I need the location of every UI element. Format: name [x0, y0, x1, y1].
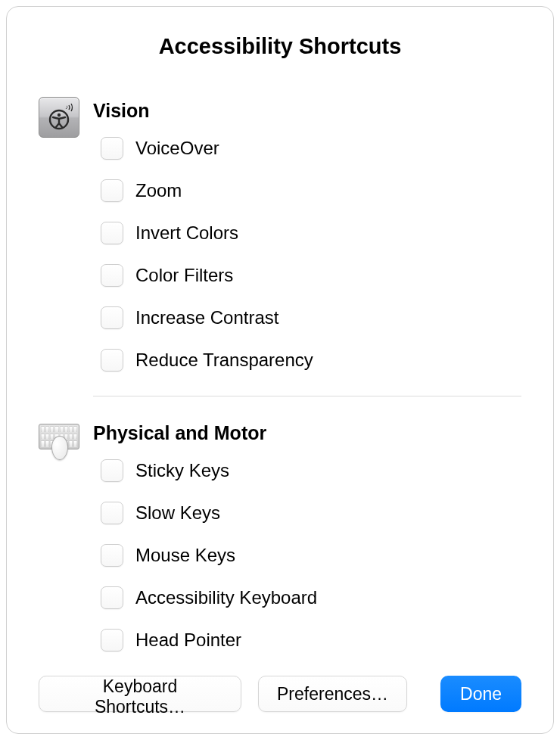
- label-mouse-keys: Mouse Keys: [135, 545, 235, 566]
- option-zoom: Zoom: [101, 179, 521, 202]
- label-color-filters: Color Filters: [135, 265, 233, 286]
- option-reduce-transparency: Reduce Transparency: [101, 349, 521, 372]
- checkbox-voiceover[interactable]: [101, 137, 123, 160]
- section-physical-body: Physical and Motor Sticky Keys Slow Keys…: [93, 416, 521, 664]
- option-increase-contrast: Increase Contrast: [101, 306, 521, 329]
- checkbox-invert-colors[interactable]: [101, 222, 123, 244]
- checkbox-slow-keys[interactable]: [101, 502, 123, 524]
- checkbox-sticky-keys[interactable]: [101, 459, 123, 482]
- section-vision-title: Vision: [93, 100, 521, 122]
- label-sticky-keys: Sticky Keys: [135, 460, 229, 481]
- footer-buttons: Keyboard Shortcuts… Preferences… Done: [39, 664, 521, 712]
- section-divider: [93, 396, 521, 396]
- option-color-filters: Color Filters: [101, 264, 521, 287]
- section-physical-motor: Physical and Motor Sticky Keys Slow Keys…: [39, 416, 521, 664]
- window-title: Accessibility Shortcuts: [39, 34, 521, 59]
- section-vision-body: Vision VoiceOver Zoom Invert Colors Colo…: [93, 94, 521, 385]
- done-button[interactable]: Done: [440, 676, 521, 712]
- keyboard-shortcuts-button[interactable]: Keyboard Shortcuts…: [39, 676, 241, 712]
- checkbox-zoom[interactable]: [101, 179, 123, 202]
- label-increase-contrast: Increase Contrast: [135, 307, 278, 328]
- label-slow-keys: Slow Keys: [135, 502, 220, 524]
- section-vision: ♪ Vision VoiceOver Zoom: [39, 94, 521, 385]
- label-invert-colors: Invert Colors: [135, 222, 238, 244]
- label-zoom: Zoom: [135, 180, 182, 201]
- option-accessibility-keyboard: Accessibility Keyboard: [101, 586, 521, 609]
- checkbox-mouse-keys[interactable]: [101, 544, 123, 567]
- checkbox-increase-contrast[interactable]: [101, 306, 123, 329]
- checkbox-head-pointer[interactable]: [101, 629, 123, 651]
- checkbox-reduce-transparency[interactable]: [101, 349, 123, 372]
- option-slow-keys: Slow Keys: [101, 502, 521, 524]
- label-reduce-transparency: Reduce Transparency: [135, 350, 313, 371]
- accessibility-icon: ♪: [39, 97, 79, 138]
- svg-point-1: [58, 113, 61, 117]
- preferences-button[interactable]: Preferences…: [258, 676, 407, 712]
- checkbox-color-filters[interactable]: [101, 264, 123, 287]
- sections-container: ♪ Vision VoiceOver Zoom: [39, 94, 521, 664]
- svg-text:♪: ♪: [65, 104, 68, 110]
- accessibility-shortcuts-window: Accessibility Shortcuts ♪ Vision: [6, 6, 554, 734]
- label-accessibility-keyboard: Accessibility Keyboard: [135, 587, 317, 608]
- option-sticky-keys: Sticky Keys: [101, 459, 521, 482]
- option-mouse-keys: Mouse Keys: [101, 544, 521, 567]
- option-head-pointer: Head Pointer: [101, 629, 521, 651]
- section-physical-title: Physical and Motor: [93, 422, 521, 444]
- checkbox-accessibility-keyboard[interactable]: [101, 586, 123, 609]
- keyboard-mouse-icon: [39, 419, 79, 460]
- label-voiceover: VoiceOver: [135, 138, 219, 159]
- option-voiceover: VoiceOver: [101, 137, 521, 160]
- label-head-pointer: Head Pointer: [135, 630, 241, 651]
- option-invert-colors: Invert Colors: [101, 222, 521, 244]
